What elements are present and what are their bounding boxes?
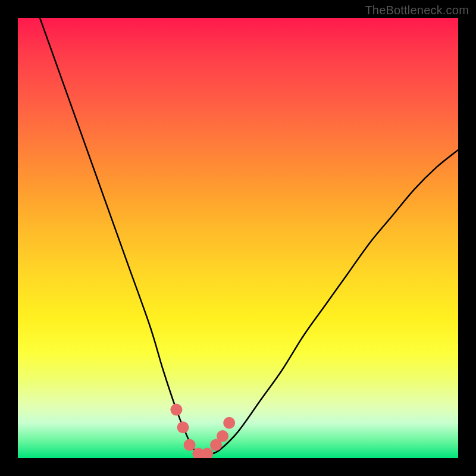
valley-marker [223,417,235,429]
bottleneck-curve [40,18,458,455]
valley-markers [170,404,235,458]
chart-svg [18,18,458,458]
valley-marker [201,448,213,458]
valley-marker [217,430,228,442]
plot-area [18,18,458,458]
watermark-text: TheBottleneck.com [365,4,469,17]
valley-marker [170,404,182,416]
outer-frame: TheBottleneck.com [0,0,476,476]
valley-marker [177,421,189,433]
valley-marker [184,439,196,451]
